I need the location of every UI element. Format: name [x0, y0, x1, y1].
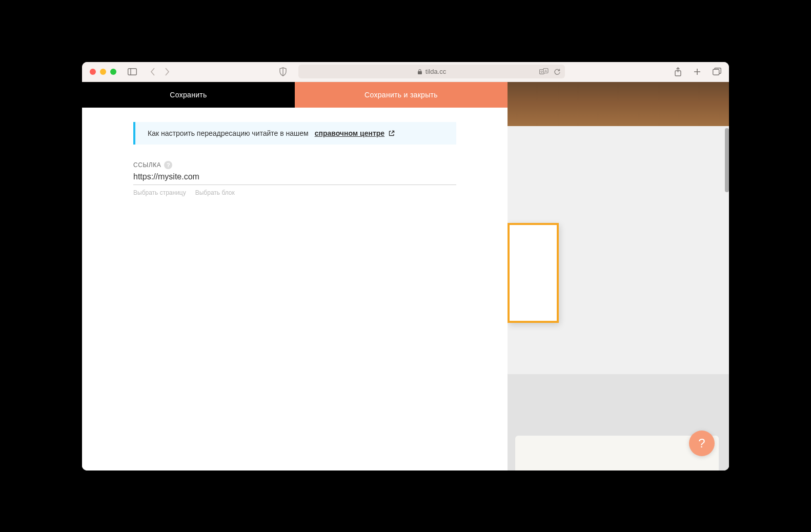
svg-rect-0	[128, 68, 137, 75]
svg-line-13	[392, 131, 394, 133]
translate-icon[interactable]: 文A	[539, 68, 549, 75]
svg-rect-3	[418, 71, 422, 74]
external-link-icon	[389, 130, 395, 136]
share-icon[interactable]	[674, 67, 682, 76]
svg-rect-12	[713, 69, 719, 75]
tabs-overview-icon[interactable]	[713, 68, 721, 75]
info-text: Как настроить переадресацию читайте в на…	[148, 129, 309, 137]
browser-window: tilda.cc 文A	[82, 62, 729, 470]
help-icon[interactable]: ?	[164, 161, 172, 169]
privacy-shield-icon[interactable]	[279, 67, 287, 76]
minimize-window-button[interactable]	[100, 69, 106, 75]
link-input[interactable]	[133, 169, 456, 185]
selected-block-outline	[508, 223, 559, 323]
address-right: 文A	[539, 68, 561, 75]
back-icon[interactable]	[150, 68, 155, 76]
link-field-group: ССЫЛКА ? Выбрать страницу Выбрать блок	[133, 161, 456, 196]
field-label-row: ССЫЛКА ?	[133, 161, 456, 169]
forward-icon[interactable]	[165, 68, 170, 76]
scrollbar-thumb[interactable]	[725, 128, 729, 192]
save-close-button[interactable]: Сохранить и закрыть	[295, 82, 508, 108]
preview-hero	[508, 82, 729, 126]
browser-toolbar: tilda.cc 文A	[82, 62, 729, 82]
select-page-link[interactable]: Выбрать страницу	[133, 189, 186, 196]
sidebar-toggle-icon[interactable]	[128, 68, 137, 75]
lock-icon	[417, 69, 422, 75]
sub-links: Выбрать страницу Выбрать блок	[133, 189, 456, 196]
close-window-button[interactable]	[90, 69, 96, 75]
address-bar[interactable]: tilda.cc 文A	[298, 65, 565, 78]
svg-text:A: A	[544, 69, 547, 72]
select-block-link[interactable]: Выбрать блок	[195, 189, 235, 196]
toolbar-right	[674, 67, 721, 76]
preview-card	[515, 436, 719, 470]
panel-header: Сохранить Сохранить и закрыть	[82, 82, 508, 108]
url-host: tilda.cc	[425, 68, 446, 75]
nav-buttons	[150, 68, 170, 76]
panel-body: Как настроить переадресацию читайте в на…	[82, 108, 508, 196]
help-center-link[interactable]: справочном центре	[315, 129, 384, 137]
settings-panel: Сохранить Сохранить и закрыть Как настро…	[82, 82, 508, 470]
maximize-window-button[interactable]	[110, 69, 116, 75]
page-content: Сохранить Сохранить и закрыть Как настро…	[82, 82, 729, 470]
new-tab-icon[interactable]	[693, 68, 701, 76]
svg-text:文: 文	[540, 70, 543, 73]
window-controls	[90, 69, 116, 75]
save-button[interactable]: Сохранить	[82, 82, 295, 108]
help-fab[interactable]: ?	[689, 431, 715, 456]
link-field-label: ССЫЛКА	[133, 161, 161, 169]
reload-icon[interactable]	[554, 68, 561, 75]
info-box: Как настроить переадресацию читайте в на…	[133, 122, 456, 145]
